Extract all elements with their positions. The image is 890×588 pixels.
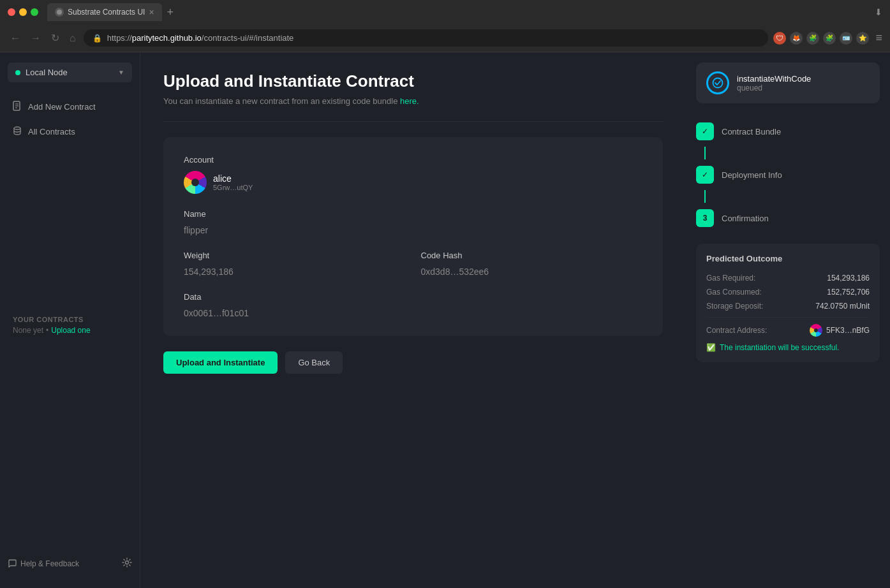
network-status-dot <box>15 70 20 75</box>
url-domain: paritytech.github.io <box>132 33 202 43</box>
success-message: ✅ The instantiation will be successful. <box>706 343 870 352</box>
avatar <box>184 171 207 194</box>
tab-label: Substrate Contracts UI <box>68 8 145 17</box>
back-button[interactable]: ← <box>8 30 23 47</box>
weight-codehash-row: Weight 154,293,186 Code Hash 0xd3d8…532e… <box>184 251 642 292</box>
sidebar: Local Node ▼ Add New Contract <box>0 52 140 588</box>
right-panel: instantiateWithCode queued ✓ Contract Bu… <box>686 52 890 588</box>
document-icon <box>13 101 22 113</box>
gas-required-label: Gas Required: <box>706 274 755 283</box>
extension-shield[interactable]: 🛡 <box>773 32 786 45</box>
sidebar-add-new-label: Add New Contract <box>28 102 96 112</box>
data-section: Data 0x0061…f01c01 <box>184 292 642 318</box>
notification-title: instantiateWithCode <box>737 74 811 84</box>
browser-menu-icon[interactable]: ≡ <box>875 31 882 45</box>
data-label: Data <box>184 292 642 302</box>
extension-star[interactable]: ⭐ <box>856 32 869 45</box>
subtitle-text: You can instantiate a new contract from … <box>163 96 400 106</box>
help-feedback-button[interactable]: Help & Feedback <box>8 559 79 570</box>
close-button[interactable] <box>8 8 15 16</box>
svg-point-0 <box>57 10 62 15</box>
step-deployment-info[interactable]: ✓ Deployment Info <box>696 159 880 190</box>
contract-avatar <box>810 324 822 337</box>
step-contract-bundle[interactable]: ✓ Contract Bundle <box>696 116 880 147</box>
success-text: The instantiation will be successful. <box>720 343 839 352</box>
extension-puzzle2[interactable]: 🧩 <box>823 32 836 45</box>
browser-tab[interactable]: Substrate Contracts UI × <box>47 3 162 21</box>
name-section: Name flipper <box>184 209 642 235</box>
notification-banner: instantiateWithCode queued <box>696 62 880 103</box>
maximize-button[interactable] <box>31 8 38 16</box>
help-feedback-label: Help & Feedback <box>20 559 79 568</box>
storage-deposit-label: Storage Deposit: <box>706 302 763 311</box>
network-selector[interactable]: Local Node ▼ <box>8 62 132 82</box>
go-back-button[interactable]: Go Back <box>285 351 343 374</box>
new-tab-button[interactable]: + <box>165 3 177 22</box>
app-container: Local Node ▼ Add New Contract <box>0 52 890 588</box>
svg-point-6 <box>126 561 129 564</box>
predicted-outcome-title: Predicted Outcome <box>706 254 870 263</box>
contract-address-row: Contract Address: 5FK3…nBfG <box>706 324 870 337</box>
upload-instantiate-button[interactable]: Upload and Instantiate <box>163 351 278 374</box>
sidebar-bottom: Help & Feedback <box>0 550 140 578</box>
chat-icon <box>8 559 17 570</box>
step-label-confirmation: Confirmation <box>722 214 769 223</box>
tab-area: Substrate Contracts UI × + <box>47 3 870 22</box>
page-subtitle: You can instantiate a new contract from … <box>163 96 663 106</box>
page-title: Upload and Instantiate Contract <box>163 71 663 91</box>
none-yet-text: None yet <box>13 326 43 335</box>
your-contracts-none: None yet • Upload one <box>13 326 127 335</box>
check-circle-icon: ✅ <box>706 343 716 352</box>
section-divider <box>163 121 663 122</box>
extension-puzzle1[interactable]: 🧩 <box>806 32 819 45</box>
window-menu-icon[interactable]: ⬇ <box>875 7 882 17</box>
sidebar-all-contracts-label: All Contracts <box>28 127 75 136</box>
code-hash-value: 0xd3d8…532ee6 <box>421 267 643 277</box>
code-hash-section: Code Hash 0xd3d8…532ee6 <box>421 251 643 292</box>
upload-link[interactable]: Upload one <box>51 326 90 335</box>
extension-fox[interactable]: 🦊 <box>790 32 803 45</box>
account-label: Account <box>184 155 642 165</box>
storage-deposit-row: Storage Deposit: 742.0750 mUnit <box>706 302 870 311</box>
reload-button[interactable]: ↻ <box>48 29 62 47</box>
weight-label: Weight <box>184 251 406 260</box>
account-display: alice 5Grw…utQY <box>184 171 642 194</box>
account-address: 5Grw…utQY <box>213 184 253 191</box>
notification-icon <box>706 71 729 94</box>
step-label-contract-bundle: Contract Bundle <box>722 127 781 136</box>
sidebar-item-add-new-contract[interactable]: Add New Contract <box>5 95 135 119</box>
sidebar-item-all-contracts[interactable]: All Contracts <box>5 120 135 143</box>
action-row: Upload and Instantiate Go Back <box>163 351 663 374</box>
subtitle-link[interactable]: here. <box>400 96 419 106</box>
extension-id[interactable]: 🪪 <box>840 32 852 45</box>
storage-deposit-value: 742.0750 mUnit <box>815 302 870 311</box>
browser-chrome: ← → ↻ ⌂ 🔒 https://paritytech.github.io/c… <box>0 24 890 52</box>
step-confirmation[interactable]: 3 Confirmation <box>696 203 880 233</box>
forward-button[interactable]: → <box>28 30 43 47</box>
step-icon-deployment-info: ✓ <box>696 166 714 184</box>
svg-point-7 <box>713 78 723 88</box>
predicted-outcome-card: Predicted Outcome Gas Required: 154,293,… <box>696 244 880 362</box>
notification-content: instantiateWithCode queued <box>737 74 811 92</box>
titlebar: Substrate Contracts UI × + ⬇ <box>0 0 890 24</box>
outcome-divider <box>706 317 870 318</box>
browser-extensions: 🛡 🦊 🧩 🧩 🪪 ⭐ ≡ <box>773 31 882 45</box>
tab-close-button[interactable]: × <box>149 7 154 17</box>
url-display: https://paritytech.github.io/contracts-u… <box>107 33 760 43</box>
gas-required-row: Gas Required: 154,293,186 <box>706 274 870 283</box>
url-path: /contracts-ui/#/instantiate <box>202 33 294 43</box>
data-value: 0x0061…f01c01 <box>184 308 642 318</box>
settings-icon[interactable] <box>122 557 132 570</box>
name-label: Name <box>184 209 642 219</box>
address-bar[interactable]: 🔒 https://paritytech.github.io/contracts… <box>84 29 769 47</box>
home-button[interactable]: ⌂ <box>67 30 78 47</box>
svg-point-5 <box>14 127 20 129</box>
main-content: Upload and Instantiate Contract You can … <box>140 52 686 588</box>
gas-consumed-row: Gas Consumed: 152,752,706 <box>706 288 870 297</box>
form-card: Account alice 5Grw…utQY Name flipper Wei… <box>163 137 663 336</box>
tab-favicon <box>55 8 64 17</box>
your-contracts-section: Your Contracts None yet • Upload one <box>0 308 140 337</box>
weight-section: Weight 154,293,186 <box>184 251 406 277</box>
name-value: flipper <box>184 225 642 235</box>
minimize-button[interactable] <box>19 8 27 16</box>
